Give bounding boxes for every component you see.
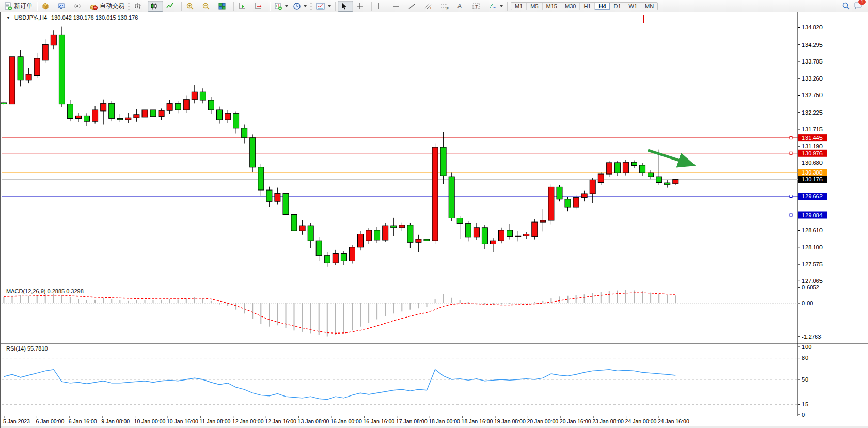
timeframe-button-m5[interactable]: M5 (527, 3, 542, 10)
cursor-tool-button[interactable] (338, 1, 353, 12)
price-tick-label: 128.100 (802, 244, 823, 250)
vertical-line-tool[interactable] (374, 1, 389, 12)
date-label: 24 Jan 00:00 (625, 418, 657, 424)
date-label: 16 Jan 16:00 (363, 418, 394, 424)
equidistant-channel-tool[interactable]: E (422, 1, 437, 12)
price-tick-label: 131.190 (802, 143, 823, 149)
macd-signal-line (4, 293, 675, 333)
timeframe-button-mn[interactable]: MN (641, 3, 657, 10)
candlestick-chart-button[interactable] (148, 1, 163, 12)
trendline-tool[interactable] (406, 1, 421, 12)
chart-canvas[interactable]: 134.820134.295133.785133.260132.750132.2… (1, 12, 868, 428)
bar-chart-icon (134, 2, 142, 10)
dropdown-caret (328, 5, 331, 7)
svg-text:130.388: 130.388 (802, 169, 823, 176)
date-label: 18 Jan 16:00 (462, 418, 493, 424)
navigator-button[interactable] (55, 1, 71, 12)
rsi-axis-label: 100 (802, 344, 811, 350)
timeframe-button-w1[interactable]: W1 (625, 3, 642, 10)
text-label-tool[interactable]: T (470, 1, 485, 12)
timeframe-bar: M1M5M15M30H1H4D1W1MN (511, 2, 658, 10)
macd-label: MACD(12,26,9) 0.2885 0.3298 (6, 288, 84, 294)
date-label: 23 Jan 08:00 (592, 418, 624, 424)
rsi-line (4, 370, 675, 400)
shapes-tool[interactable] (486, 1, 505, 12)
line-handle[interactable] (790, 214, 792, 216)
algo-trading-button[interactable]: 自动交易 (87, 1, 127, 12)
dropdown-caret (304, 5, 307, 7)
fibonacci-tool[interactable]: F (438, 1, 453, 12)
auto-scroll-icon (238, 2, 246, 10)
date-label: 17 Jan 08:00 (396, 418, 428, 424)
timeframe-button-h4[interactable]: H4 (595, 3, 610, 10)
indicators-button[interactable] (314, 1, 333, 12)
svg-text:129.662: 129.662 (802, 193, 823, 199)
toolbar-separator (371, 2, 372, 11)
svg-text:E: E (430, 6, 433, 10)
line-chart-icon (166, 2, 174, 10)
rsi-axis-label: 15 (802, 401, 808, 407)
toolbar-separator (233, 2, 234, 11)
date-label: 10 Jan 00:00 (134, 418, 166, 424)
date-label: 12 Jan 16:00 (265, 418, 296, 424)
timeframe-button-h1[interactable]: H1 (580, 3, 595, 10)
price-tick-label: 128.610 (802, 227, 823, 233)
date-label: 12 Jan 00:00 (232, 418, 264, 424)
bar-chart-button[interactable] (132, 1, 147, 12)
svg-text:T: T (475, 4, 478, 9)
crosshair-tool-button[interactable] (354, 1, 369, 12)
algo-trading-icon (89, 2, 98, 10)
svg-text:A: A (457, 3, 462, 10)
chart-symbol-period: USDJPY-,H4 (14, 14, 47, 21)
chart-shift-icon (254, 2, 262, 10)
date-label: 20 Jan 16:00 (560, 418, 591, 424)
broadcast-icon (73, 2, 82, 10)
price-tick-label: 134.295 (802, 42, 823, 48)
price-tick-label: 132.225 (802, 109, 823, 116)
notifications-button[interactable]: 1 (854, 1, 863, 11)
line-chart-button[interactable] (164, 1, 179, 12)
timeframe-button-m30[interactable]: M30 (561, 3, 580, 10)
dropdown-caret (500, 5, 503, 7)
macd-axis-label: 0.6052 (802, 284, 819, 290)
macd-axis-label: -1.2763 (802, 334, 821, 340)
signals-button[interactable] (71, 1, 87, 12)
zoom-out-icon (202, 2, 210, 10)
zoom-in-button[interactable] (184, 1, 199, 12)
svg-text:131.445: 131.445 (802, 135, 823, 141)
line-handle[interactable] (790, 137, 792, 139)
svg-text:129.084: 129.084 (802, 212, 823, 218)
timeframe-button-m15[interactable]: M15 (543, 3, 561, 10)
macd-histogram (4, 290, 675, 337)
chart-shift-button[interactable] (252, 1, 267, 12)
line-handle[interactable] (790, 152, 792, 154)
new-chart-icon (274, 2, 282, 10)
horizontal-line-tool[interactable] (390, 1, 405, 12)
chart-ohlc-header: ▼ USDJPY-,H4 130.042 130.176 130.015 130… (6, 14, 138, 21)
date-label: 24 Jan 16:00 (658, 418, 689, 424)
market-watch-button[interactable] (39, 1, 55, 12)
price-tick-label: 133.260 (802, 75, 823, 82)
zoom-out-button[interactable] (200, 1, 215, 12)
date-label: 5 Jan 2023 (3, 418, 30, 424)
collapse-triangle-icon[interactable]: ▼ (6, 15, 10, 20)
price-tick-label: 132.750 (802, 92, 823, 98)
new-chart-button[interactable] (272, 1, 290, 12)
new-order-button[interactable]: 新订单 (2, 1, 35, 12)
period-presets-button[interactable] (291, 1, 309, 12)
sell-arrow[interactable] (648, 150, 691, 164)
search-icon[interactable] (842, 2, 850, 10)
fibonacci-icon: F (440, 2, 449, 10)
timeframe-button-d1[interactable]: D1 (610, 3, 625, 10)
auto-scroll-button[interactable] (236, 1, 251, 12)
date-label: 20 Jan 00:00 (527, 418, 558, 424)
rsi-label: RSI(14) 55.7810 (6, 345, 48, 352)
crosshair-icon (356, 2, 364, 10)
tile-windows-button[interactable] (216, 1, 231, 12)
main-toolbar: 新订单 自动交易 (0, 0, 868, 12)
line-handle[interactable] (790, 195, 792, 198)
text-tool[interactable]: A (454, 1, 469, 12)
date-label: 6 Jan 16:00 (69, 418, 97, 424)
timeframe-button-m1[interactable]: M1 (511, 3, 527, 10)
clock-icon (293, 2, 301, 10)
